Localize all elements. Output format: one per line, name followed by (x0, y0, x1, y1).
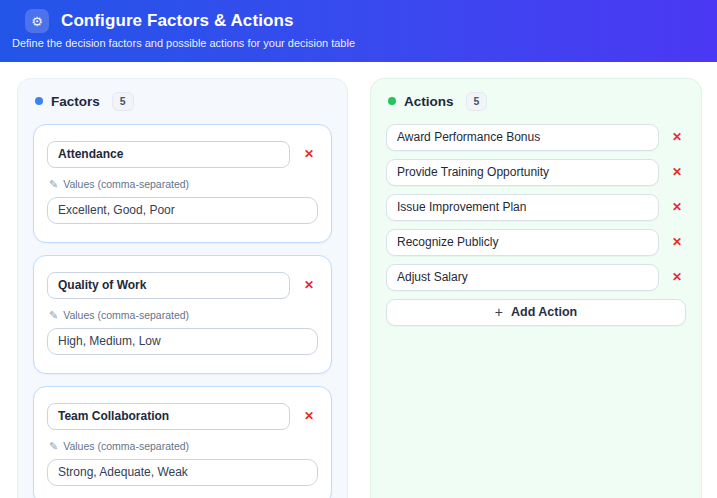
factor-name-input[interactable] (47, 141, 290, 168)
add-action-button[interactable]: + Add Action (386, 299, 686, 326)
factors-panel-title: Factors (51, 94, 100, 109)
action-name-input[interactable] (386, 264, 659, 291)
plus-icon: + (495, 304, 503, 320)
actions-panel-title: Actions (404, 94, 454, 109)
actions-count-badge: 5 (466, 92, 488, 111)
factor-card: ✕ ✎ Values (comma-separated) (33, 124, 332, 243)
page-subtitle: Define the decision factors and possible… (12, 37, 705, 49)
remove-action-button[interactable]: ✕ (668, 164, 686, 180)
factor-card-list: ✕ ✎ Values (comma-separated) ✕ ✎ Values … (33, 124, 332, 498)
remove-action-button[interactable]: ✕ (668, 129, 686, 145)
action-name-input[interactable] (386, 159, 659, 186)
action-row-list: ✕ ✕ ✕ ✕ ✕ (386, 124, 686, 291)
main-content: Factors 5 ✕ ✎ Values (comma-separated) ✕… (0, 62, 717, 498)
action-name-input[interactable] (386, 229, 659, 256)
factor-values-label: ✎ Values (comma-separated) (49, 309, 318, 322)
factor-values-input[interactable] (47, 197, 318, 224)
pencil-icon: ✎ (49, 440, 58, 453)
action-row: ✕ (386, 124, 686, 151)
factors-count-badge: 5 (112, 92, 134, 111)
add-action-label: Add Action (511, 305, 577, 319)
pencil-icon: ✎ (49, 309, 58, 322)
factor-values-label-text: Values (comma-separated) (63, 440, 189, 452)
remove-factor-button[interactable]: ✕ (300, 146, 318, 162)
remove-action-button[interactable]: ✕ (668, 234, 686, 250)
action-row: ✕ (386, 159, 686, 186)
action-row: ✕ (386, 194, 686, 221)
factor-values-label: ✎ Values (comma-separated) (49, 440, 318, 453)
actions-panel-header: Actions 5 (386, 92, 686, 111)
factors-panel: Factors 5 ✕ ✎ Values (comma-separated) ✕… (17, 78, 348, 498)
factor-name-input[interactable] (47, 403, 290, 430)
pencil-icon: ✎ (49, 178, 58, 191)
remove-factor-button[interactable]: ✕ (300, 408, 318, 424)
action-row: ✕ (386, 229, 686, 256)
factors-bullet-dot (35, 97, 43, 105)
factor-card: ✕ ✎ Values (comma-separated) (33, 386, 332, 498)
action-name-input[interactable] (386, 124, 659, 151)
remove-factor-button[interactable]: ✕ (300, 277, 318, 293)
page-header: ⚙ Configure Factors & Actions Define the… (0, 0, 717, 62)
factors-panel-header: Factors 5 (33, 92, 332, 111)
gear-icon: ⚙ (25, 9, 49, 33)
factor-values-label: ✎ Values (comma-separated) (49, 178, 318, 191)
action-row: ✕ (386, 264, 686, 291)
factor-card: ✕ ✎ Values (comma-separated) (33, 255, 332, 374)
remove-action-button[interactable]: ✕ (668, 269, 686, 285)
factor-name-input[interactable] (47, 272, 290, 299)
factor-values-input[interactable] (47, 459, 318, 486)
factor-values-label-text: Values (comma-separated) (63, 178, 189, 190)
actions-panel: Actions 5 ✕ ✕ ✕ ✕ ✕ + Add Action (370, 78, 702, 498)
page-title: Configure Factors & Actions (61, 11, 294, 31)
factor-values-input[interactable] (47, 328, 318, 355)
remove-action-button[interactable]: ✕ (668, 199, 686, 215)
action-name-input[interactable] (386, 194, 659, 221)
factor-values-label-text: Values (comma-separated) (63, 309, 189, 321)
actions-bullet-dot (388, 97, 396, 105)
